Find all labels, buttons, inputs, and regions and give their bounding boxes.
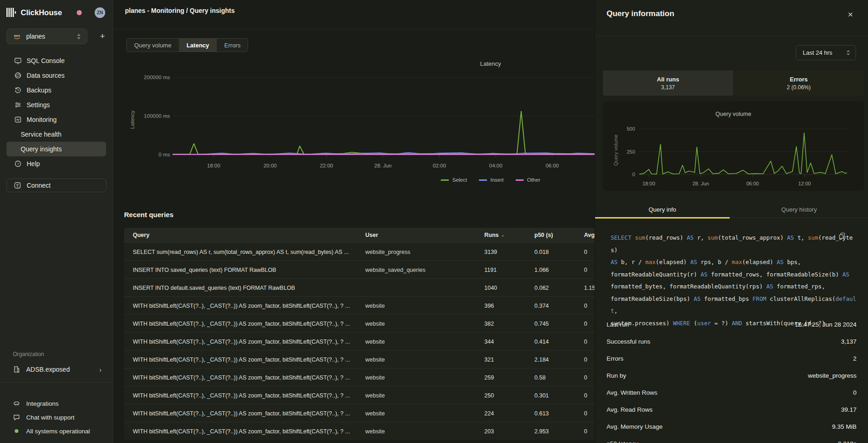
table-row[interactable]: INSERT INTO saved_queries (text) FORMAT … <box>124 260 641 278</box>
svg-text:500: 500 <box>627 126 635 132</box>
cell-runs: 396 <box>484 297 494 315</box>
legend-label: Other <box>527 177 540 183</box>
sidebar-item-settings[interactable]: Settings <box>0 98 113 112</box>
query-stats-list: Last run16:47:25, Jun 28 2024Successful … <box>607 316 857 443</box>
sidebar-footer-chat-with-support[interactable]: Chat with support <box>13 410 108 424</box>
legend-item-select[interactable]: Select <box>441 177 467 183</box>
svg-text:22:00: 22:00 <box>320 163 333 168</box>
cell-query: WITH bitShiftLeft(CAST(?..), _CAST(?..))… <box>133 315 350 333</box>
column-label: Runs <box>484 232 499 238</box>
table-row[interactable]: WITH bitShiftLeft(CAST(?..), _CAST(?..))… <box>124 332 641 350</box>
segment-value: 3,137 <box>661 84 675 91</box>
sidebar-item-backups[interactable]: Backups <box>0 83 113 98</box>
time-range-select[interactable]: Last 24 hrs <box>796 45 856 60</box>
cell-runs: 250 <box>484 386 494 404</box>
cell-query: INSERT INTO default.saved_queries (text)… <box>133 279 295 297</box>
tab-latency[interactable]: Latency <box>179 39 216 52</box>
sql-token: AS <box>701 271 708 278</box>
query-volume-chart-title: Query volume <box>603 111 864 117</box>
runs-errors-segmented: All runs 3,137 Errors 2 (0.06%) <box>603 70 864 96</box>
cell-user: website_progress <box>365 243 410 261</box>
cell-p50: 1.066 <box>534 261 549 279</box>
sql-token: sum <box>708 234 718 241</box>
sidebar-footer-all-systems-operational[interactable]: All systems operational <box>13 424 108 438</box>
sql-token: FROM <box>753 295 766 302</box>
organization-row[interactable]: ADSB.exposed › <box>13 363 102 376</box>
svg-text:200000 ms: 200000 ms <box>144 75 170 80</box>
sidebar-item-service-health[interactable]: Service health <box>0 127 113 142</box>
cell-user: website <box>365 333 385 351</box>
sidebar-item-query-insights[interactable]: Query insights <box>6 142 106 156</box>
terminal-icon <box>14 57 22 64</box>
service-selector[interactable]: aws planes <box>6 29 87 44</box>
table-row[interactable]: SELECT sum(read_rows) AS r, sum(total_ro… <box>124 242 641 260</box>
latency-chart-ylabel: Latency <box>130 110 135 129</box>
table-row[interactable]: INSERT INTO default.saved_queries (text)… <box>124 278 641 296</box>
cell-runs: 1040 <box>484 279 497 297</box>
stat-row: Avg. Read Rows39.17 <box>607 401 857 418</box>
sql-token: AS <box>787 234 794 241</box>
sidebar-item-monitoring[interactable]: Monitoring <box>0 112 113 127</box>
sql-token: AS <box>766 283 773 290</box>
svg-text:aws: aws <box>14 34 20 37</box>
history-icon <box>14 86 22 94</box>
add-service-button[interactable]: + <box>96 30 108 42</box>
table-row[interactable]: WITH bitShiftLeft(CAST(?..), _CAST(?..))… <box>124 350 641 368</box>
table-row[interactable]: WITH bitShiftLeft(CAST(?..), _CAST(?..))… <box>124 422 641 440</box>
tab-query-history[interactable]: Query history <box>730 201 868 218</box>
sql-token: AS <box>842 271 849 278</box>
organization-label: Organization <box>13 351 44 357</box>
connect-button[interactable]: Connect <box>6 178 107 192</box>
table-row[interactable]: WITH bitShiftLeft(CAST(?..), _CAST(?..))… <box>124 368 641 386</box>
table-row[interactable]: WITH bitShiftLeft(CAST(?..), _CAST(?..))… <box>124 314 641 332</box>
segment-all-runs[interactable]: All runs 3,137 <box>603 70 733 96</box>
cell-p50: 0.414 <box>534 333 549 351</box>
stat-label: Avg. Written Rows <box>607 389 658 396</box>
stat-value: 16:47:25, Jun 28 2024 <box>795 321 857 328</box>
copy-icon[interactable] <box>839 232 845 239</box>
help-icon: ? <box>14 160 22 167</box>
svg-text:28. Jun: 28. Jun <box>692 181 709 186</box>
stat-value: 0 <box>853 389 857 396</box>
stat-label: Run by <box>607 372 626 379</box>
sql-token: formatted_bps <box>701 295 753 302</box>
table-row[interactable]: WITH bitShiftLeft(CAST(?..), _CAST(?..))… <box>124 386 641 404</box>
legend-label: Select <box>452 177 467 183</box>
svg-text:02:00: 02:00 <box>433 163 446 168</box>
recent-queries-table: QueryUserRuns⌄p50 (s)Avg. SELECT sum(rea… <box>124 228 641 440</box>
table-header-p50-s-: p50 (s) <box>534 228 553 242</box>
table-header-runs[interactable]: Runs⌄ <box>484 228 505 242</box>
tab-errors[interactable]: Errors <box>216 39 248 52</box>
sidebar-footer-integrations[interactable]: Integrations <box>13 397 108 410</box>
cell-avg: 0 <box>584 261 587 279</box>
table-header: QueryUserRuns⌄p50 (s)Avg. <box>124 228 641 242</box>
table-row[interactable]: WITH bitShiftLeft(CAST(?..), _CAST(?..))… <box>124 296 641 314</box>
sidebar-item-label: SQL Console <box>27 57 65 64</box>
recent-queries-title: Recent queries <box>124 211 174 219</box>
table-row[interactable]: WITH bitShiftLeft(CAST(?..), _CAST(?..))… <box>124 404 641 422</box>
table-body: SELECT sum(read_rows) AS r, sum(total_ro… <box>124 242 641 440</box>
sidebar-divider <box>0 382 113 383</box>
time-range-value: Last 24 hrs <box>803 49 832 56</box>
cell-p50: 0.745 <box>534 315 549 333</box>
tab-query-volume[interactable]: Query volume <box>127 39 179 52</box>
sql-token: AS <box>611 259 618 265</box>
avatar[interactable]: ZN <box>95 7 105 18</box>
sidebar-item-sql-console[interactable]: SQL Console <box>0 53 113 68</box>
cell-runs: 203 <box>484 422 494 440</box>
table-header-query: Query <box>133 228 149 242</box>
sidebar-item-data-sources[interactable]: Data sources <box>0 68 113 83</box>
sidebar-item-help[interactable]: ?Help <box>0 156 113 171</box>
sql-token: clusterAllReplicas( <box>766 295 836 302</box>
cell-user: website <box>365 351 385 368</box>
sql-token: AS <box>777 259 783 265</box>
sql-query-text: SELECT sum(read_rows) AS r, sum(total_ro… <box>611 232 857 329</box>
legend-item-other[interactable]: Other <box>516 177 540 183</box>
close-icon[interactable]: ✕ <box>847 11 853 19</box>
tab-query-info[interactable]: Query info <box>595 201 730 218</box>
sort-chevron-icon: ⌄ <box>501 233 505 237</box>
cell-p50: 0.374 <box>534 297 549 315</box>
legend-item-insert[interactable]: Insert <box>479 177 504 183</box>
active-tab-underline <box>595 217 730 219</box>
segment-errors[interactable]: Errors 2 (0.06%) <box>733 70 864 96</box>
